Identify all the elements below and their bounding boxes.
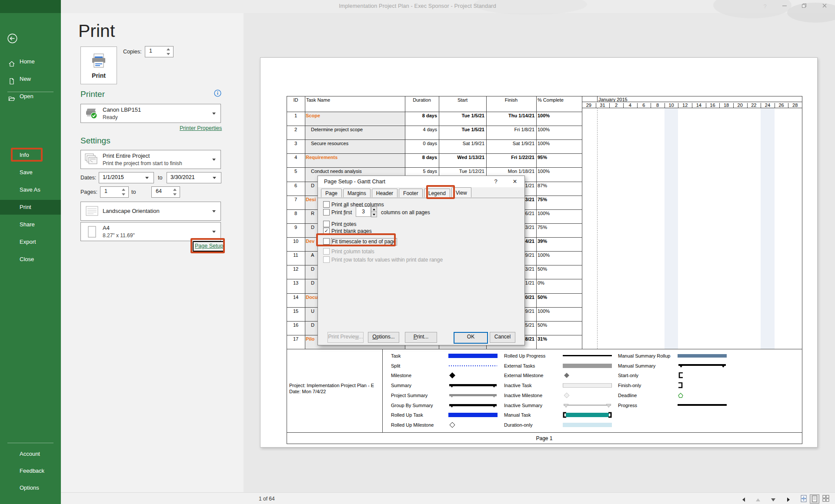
dialog-tab-margins[interactable]: Margins [343,189,371,197]
cell-task-name: Docu [306,295,318,300]
page-title: Print [78,21,115,41]
cell-task-name: D [311,225,314,230]
sidebar-item-account[interactable]: Account [0,447,61,461]
cell-task-name: Dev [306,239,314,244]
dialog-button-print[interactable]: Print... [405,332,437,343]
dialog-tab-page[interactable]: Page [321,189,342,197]
cell-percent-complete: 100% [538,252,550,258]
actual-size-view-icon[interactable] [799,494,808,503]
sidebar-divider [7,443,53,443]
dialog-tab-header[interactable]: Header [372,189,397,197]
sidebar-item-home[interactable]: Home [0,54,61,69]
checkbox[interactable] [323,221,330,227]
sidebar-item-label: Close [20,252,34,267]
checkbox[interactable] [323,209,330,216]
sidebar-item-save[interactable]: Save [0,165,61,180]
cell-duration: 4 days [405,127,437,132]
sidebar-item-export[interactable]: Export [0,235,61,249]
status-date-line [597,108,598,349]
spin-up-icon[interactable] [173,189,177,191]
dialog-help-icon[interactable]: ? [492,178,500,185]
tick-separator [788,103,788,108]
timeline-tick-label: 10 [665,103,678,108]
tick-separator [747,103,748,108]
back-button[interactable] [7,33,17,43]
spin-up-icon[interactable] [122,189,125,191]
sidebar-item-share[interactable]: Share [0,217,61,232]
backstage-sidebar: HomeNewOpen InfoSaveSave AsPrintShareExp… [0,0,61,504]
print-range-select[interactable]: Print Entire Project Print the project f… [80,150,221,169]
page-down-icon[interactable] [771,496,776,501]
dialog-button-print-preview[interactable]: Print Preview... [327,332,364,343]
minimize-icon[interactable] [781,3,788,10]
dialog-button-cancel[interactable]: Cancel [490,332,515,343]
stepper-arrows[interactable] [371,206,377,217]
multiple-pages-view-icon[interactable] [822,494,830,503]
legend-symbol-bar-teal [563,412,612,418]
annotation-page-setup [190,238,225,253]
landscape-icon [86,206,99,219]
legend-symbol-milestone-light [563,392,612,398]
spin-down-icon[interactable] [371,212,377,217]
sidebar-item-feedback[interactable]: Feedback [0,464,61,478]
printer-select[interactable]: Canon LBP151 Ready [80,104,221,123]
page-from-stepper[interactable]: 1 [100,186,129,198]
cell-percent-complete: 0% [538,280,544,285]
help-icon[interactable]: ? [761,3,769,10]
one-page-view-icon[interactable] [810,494,819,504]
dialog-title-bar[interactable]: Page Setup - Gantt Chart ? × [318,176,524,187]
copies-label: Copies: [123,49,141,55]
sidebar-item-options[interactable]: Options [0,481,61,495]
checkbox-label: Print column totals [331,249,374,255]
previous-page-icon[interactable] [741,496,747,501]
checkbox[interactable] [323,248,330,255]
spin-down-icon[interactable] [173,193,177,196]
spin-up-icon[interactable] [167,48,170,50]
printer-properties-link[interactable]: Printer Properties [180,125,222,131]
sidebar-item-close[interactable]: Close [0,252,61,267]
dialog-button-ok[interactable]: OK [454,332,488,344]
print-button[interactable]: Print [80,46,117,84]
timeline-tick-label: 29 [582,103,596,108]
tick-separator [733,103,734,108]
restore-icon[interactable] [800,3,808,10]
copies-value: 1 [149,48,152,54]
sidebar-item-print[interactable]: Print [0,200,61,215]
next-page-icon[interactable] [786,496,792,501]
spin-down-icon[interactable] [122,193,125,196]
sidebar-item-new[interactable]: New [0,72,61,86]
sidebar-divider [7,92,53,92]
checkbox[interactable] [323,201,330,208]
close-icon[interactable] [821,3,828,10]
orientation-select[interactable]: Landscape Orientation [80,202,221,221]
cell-finish: Thu 1/14/21 [486,113,534,118]
dialog-button-options[interactable]: Options... [368,332,399,343]
pages-to-label: to [131,189,136,195]
date-from-select[interactable]: 1/1/2015 [99,172,154,183]
chevron-down-icon [145,177,149,179]
legend-symbol-summary-manual [678,363,727,369]
spin-down-icon[interactable] [167,53,170,55]
date-from-value: 1/1/2015 [103,174,124,180]
checkbox[interactable] [323,256,330,263]
page-up-icon[interactable] [755,496,761,501]
info-icon[interactable] [214,90,221,99]
print-first-columns-stepper[interactable]: 3 [356,206,371,217]
settings-heading: Settings [80,136,110,146]
cell-task-name: R [311,211,314,216]
dialog-tab-footer[interactable]: Footer [399,189,423,197]
table-border-top [287,96,802,96]
legend-label: Start-only [618,373,638,378]
row-line [287,349,582,349]
orientation-value: Landscape Orientation [103,208,160,214]
dialog-tab-divider [318,198,524,198]
date-to-select[interactable]: 3/30/2021 [167,172,221,183]
page-from-value: 1 [104,188,107,194]
legend-label: Group By Summary [391,403,433,408]
page-to-stepper[interactable]: 64 [151,186,180,198]
dialog-close-icon[interactable]: × [511,178,519,185]
sidebar-item-save-as[interactable]: Save As [0,182,61,197]
cell-finish: Fri 1/22/21 [486,155,534,160]
timeline-tick-label: 6 [637,103,651,108]
copies-stepper[interactable]: 1 [145,46,174,57]
